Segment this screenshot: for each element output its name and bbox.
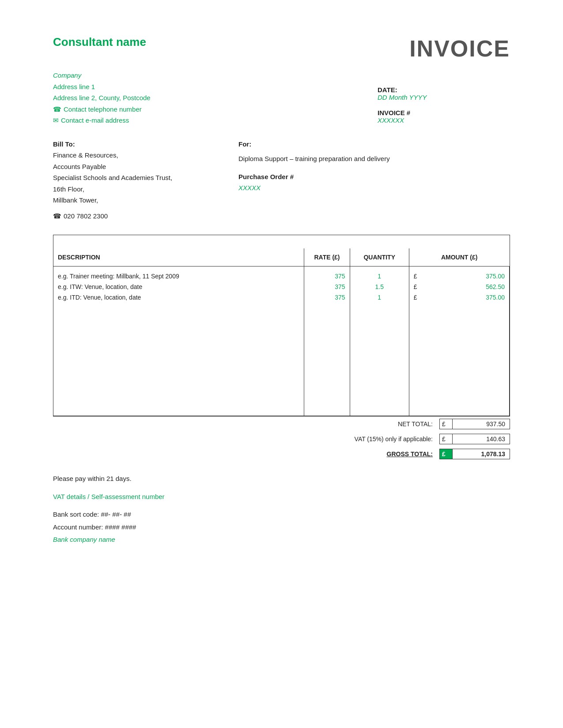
empty-qty — [350, 387, 409, 402]
for-label: For: — [238, 139, 510, 150]
account-number: Account number: #### #### — [53, 521, 510, 534]
page-header: Consultant name INVOICE — [53, 35, 510, 62]
row-amount: £ 375.00 — [409, 266, 509, 282]
col-header-quantity: QUANTITY — [350, 248, 409, 266]
empty-rate — [304, 303, 350, 317]
empty-row — [53, 373, 510, 387]
bill-line1: Finance & Resources, — [53, 150, 221, 161]
address-block: Company Address line 1 Address line 2, C… — [53, 70, 378, 126]
bill-for-section: Bill To: Finance & Resources, Accounts P… — [53, 139, 510, 222]
net-total-label: NET TOTAL: — [351, 420, 439, 428]
phone-icon: ☎ — [53, 104, 61, 115]
phone-number: Contact telephone number — [64, 104, 142, 115]
email-address: Contact e-mail address — [61, 115, 129, 126]
empty-qty — [350, 373, 409, 387]
empty-amount — [409, 373, 509, 387]
bill-line3: Specialist Schools and Academies Trust, — [53, 172, 221, 184]
for-description: Diploma Support – training preparation a… — [238, 153, 510, 165]
empty-rate — [304, 331, 350, 345]
purchase-order-value: XXXXX — [238, 182, 510, 194]
col-header-amount: AMOUNT (£) — [409, 248, 509, 266]
date-section: DATE: DD Month YYYY INVOICE # XXXXXX — [378, 66, 510, 126]
vat-details: VAT details / Self-assessment number — [53, 491, 510, 503]
invoice-title: INVOICE — [409, 35, 510, 62]
empty-qty — [350, 402, 409, 416]
table-row: e.g. Trainer meeting: Millbank, 11 Sept … — [53, 266, 510, 282]
empty-rate — [304, 402, 350, 416]
bill-phone: ☎ 020 7802 2300 — [53, 210, 221, 222]
row-amount: £ 562.50 — [409, 281, 509, 292]
invoice-num-value: XXXXXX — [378, 116, 510, 124]
invoice-num-label: INVOICE # — [378, 109, 510, 116]
vat-row: VAT (15%) only if applicable: £ 140.63 — [351, 432, 510, 447]
empty-row — [53, 387, 510, 402]
empty-qty — [350, 345, 409, 359]
row-quantity: 1 — [350, 292, 409, 303]
gross-total-row: GROSS TOTAL: £ 1,078.13 — [351, 447, 510, 462]
empty-rate — [304, 317, 350, 331]
top-info: Company Address line 1 Address line 2, C… — [53, 66, 510, 126]
bank-company: Bank company name — [53, 533, 510, 546]
empty-amount — [409, 317, 509, 331]
empty-amount — [409, 359, 509, 373]
empty-rate — [304, 359, 350, 373]
empty-amount — [409, 387, 509, 402]
gross-sym: £ — [439, 449, 453, 459]
for-block: For: Diploma Support – training preparat… — [238, 139, 510, 222]
empty-amount — [409, 402, 509, 416]
empty-rate — [304, 345, 350, 359]
payment-info: Please pay within 21 days. VAT details /… — [53, 473, 510, 546]
row-quantity: 1.5 — [350, 281, 409, 292]
empty-desc — [53, 317, 304, 331]
vat-label: VAT (15%) only if applicable: — [351, 435, 439, 443]
empty-qty — [350, 317, 409, 331]
empty-desc — [53, 387, 304, 402]
date-label: DATE: — [378, 86, 510, 94]
empty-row — [53, 345, 510, 359]
empty-amount — [409, 345, 509, 359]
net-total-row: NET TOTAL: £ 937.50 — [351, 417, 510, 432]
address-line-1: Address line 1 — [53, 81, 378, 93]
row-quantity: 1 — [350, 266, 409, 282]
row-description: e.g. Trainer meeting: Millbank, 11 Sept … — [53, 266, 304, 282]
empty-rate — [304, 373, 350, 387]
bill-line2: Accounts Payable — [53, 161, 221, 173]
col-header-rate: RATE (£) — [304, 248, 350, 266]
bill-phone-number: 020 7802 2300 — [64, 210, 108, 222]
empty-amount — [409, 331, 509, 345]
net-total-sym: £ — [439, 419, 453, 429]
gross-label: GROSS TOTAL: — [351, 450, 439, 458]
row-rate: 375 — [304, 281, 350, 292]
table-header-row: DESCRIPTION RATE (£) QUANTITY AMOUNT (£) — [53, 248, 510, 266]
sender-address: Company Address line 1 Address line 2, C… — [53, 66, 378, 126]
row-amount: £ 375.00 — [409, 292, 509, 303]
bill-line5: Millbank Tower, — [53, 195, 221, 206]
bill-to-block: Bill To: Finance & Resources, Accounts P… — [53, 139, 221, 222]
bill-to-label: Bill To: — [53, 139, 221, 150]
empty-desc — [53, 402, 304, 416]
totals-section: NET TOTAL: £ 937.50 VAT (15%) only if ap… — [53, 417, 510, 462]
empty-desc — [53, 373, 304, 387]
bill-line4: 16th Floor, — [53, 184, 221, 195]
row-rate: 375 — [304, 266, 350, 282]
row-description: e.g. ITD: Venue, location, date — [53, 292, 304, 303]
empty-desc — [53, 303, 304, 317]
vat-sym: £ — [439, 434, 453, 444]
net-total-val: 937.50 — [453, 419, 510, 429]
purchase-order-label: Purchase Order # — [238, 171, 510, 183]
row-rate: 375 — [304, 292, 350, 303]
empty-amount — [409, 303, 509, 317]
empty-qty — [350, 303, 409, 317]
col-header-description: DESCRIPTION — [53, 248, 304, 266]
phone-line: ☎ Contact telephone number — [53, 104, 378, 115]
table-row: e.g. ITW: Venue, location, date 375 1.5 … — [53, 281, 510, 292]
empty-row — [53, 359, 510, 373]
empty-row — [53, 303, 510, 317]
invoice-table: DESCRIPTION RATE (£) QUANTITY AMOUNT (£)… — [53, 248, 510, 416]
empty-row — [53, 402, 510, 416]
empty-desc — [53, 359, 304, 373]
address-line-2: Address line 2, County, Postcode — [53, 92, 378, 104]
gross-val: 1,078.13 — [453, 449, 510, 459]
empty-qty — [350, 331, 409, 345]
bank-sort: Bank sort code: ##- ##- ## — [53, 508, 510, 521]
